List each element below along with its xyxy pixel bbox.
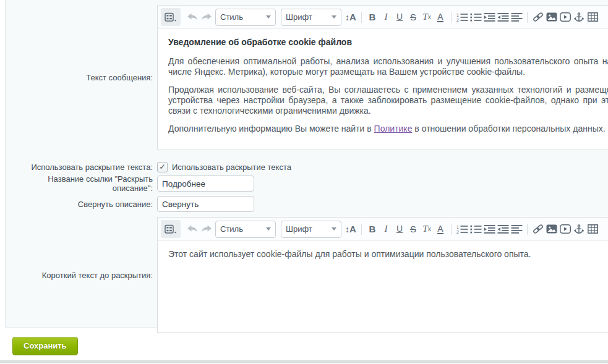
expand-link-label: Название ссылки "Раскрыть описание": (6, 174, 153, 193)
anchor-icon (573, 12, 584, 22)
toolbar-separator (361, 224, 362, 235)
text-color-icon: A (437, 224, 443, 234)
redo-icon (200, 225, 212, 233)
video-icon (560, 224, 571, 234)
video-button[interactable] (559, 9, 572, 26)
short-text-editor-content[interactable]: Этот сайт использует cookie-файлы для ра… (158, 241, 608, 332)
table-button[interactable] (586, 221, 599, 238)
video-button[interactable] (559, 221, 572, 238)
clear-format-button[interactable]: Tx (420, 221, 434, 238)
redo-button[interactable] (199, 221, 213, 238)
redo-button[interactable] (199, 9, 213, 26)
underline-button[interactable]: U (393, 9, 406, 26)
indent-icon (484, 12, 495, 22)
undo-icon (187, 225, 199, 233)
editor-paragraph-line: связи с технологическими ограничениями д… (168, 106, 608, 116)
indent-button[interactable] (482, 221, 496, 238)
use-expand-checkbox[interactable]: ✓ (157, 162, 168, 172)
link-button[interactable] (531, 221, 545, 238)
bold-button[interactable]: B (366, 9, 379, 26)
settings-form: Текст сообщения: (5, 0, 608, 328)
indent-icon (484, 224, 495, 234)
check-icon: ✓ (159, 163, 165, 171)
font-select[interactable]: Шрифт (281, 9, 341, 26)
short-text-editor: Стиль Шрифт ↕A B I U S (157, 217, 608, 333)
outdent-icon (497, 224, 509, 234)
editor-toolbar: Стиль Шрифт ↕A B I U S (158, 6, 608, 29)
bottom-divider (0, 360, 608, 363)
link-icon (532, 12, 544, 22)
editor-paragraph-line: Продолжая использование веб-сайта, Вы со… (168, 85, 608, 95)
undo-button[interactable] (186, 221, 199, 238)
italic-button[interactable]: I (379, 9, 393, 26)
video-icon (560, 12, 571, 22)
editor-paragraph-line: устройства через настройки браузера, а т… (168, 95, 608, 106)
italic-button[interactable]: I (379, 221, 393, 238)
align-left-icon (511, 224, 523, 234)
font-size-icon: ↕A (345, 224, 356, 234)
style-select[interactable]: Стиль (215, 9, 276, 26)
blocks-dropdown-button[interactable] (161, 8, 181, 26)
undo-icon (187, 13, 199, 21)
text-color-button[interactable]: A (434, 9, 447, 26)
blocks-icon (165, 224, 177, 234)
anchor-button[interactable] (572, 221, 586, 238)
link-button[interactable] (531, 9, 545, 26)
font-select-value: Шрифт (286, 224, 312, 234)
row-message-text: Текст сообщения: (6, 5, 608, 150)
table-icon (588, 224, 598, 234)
font-size-button[interactable]: ↕A (344, 9, 358, 26)
redo-icon (200, 13, 212, 21)
style-select[interactable]: Стиль (215, 221, 276, 238)
toolbar-separator (361, 12, 362, 23)
font-size-button[interactable]: ↕A (344, 221, 358, 238)
underline-button[interactable]: U (393, 221, 406, 238)
table-icon (588, 12, 598, 22)
font-select[interactable]: Шрифт (281, 221, 341, 238)
short-text-label: Короткий текст до раскрытия: (6, 271, 153, 280)
font-size-icon: ↕A (345, 12, 356, 22)
anchor-icon (573, 224, 584, 234)
text-color-button[interactable]: A (434, 221, 447, 238)
save-button[interactable]: Сохранить (12, 337, 78, 355)
editor-paragraph-line: Дополнительную информацию Вы можете найт… (168, 124, 608, 134)
policy-link[interactable]: Политике (374, 124, 413, 133)
style-select-value: Стиль (220, 224, 243, 234)
align-button[interactable] (510, 9, 523, 26)
anchor-button[interactable] (572, 9, 586, 26)
bullet-list-button[interactable] (469, 9, 482, 26)
strikethrough-button[interactable]: S (406, 221, 420, 238)
clear-format-button[interactable]: Tx (420, 9, 434, 26)
chevron-down-icon (332, 227, 336, 231)
bullet-list-button[interactable] (469, 221, 482, 238)
outdent-button[interactable] (496, 221, 510, 238)
svg-text:2: 2 (456, 230, 459, 234)
image-icon (546, 224, 557, 234)
bold-button[interactable]: B (366, 221, 379, 238)
collapse-input[interactable] (157, 196, 254, 212)
image-button[interactable] (545, 9, 559, 26)
outdent-button[interactable] (496, 9, 510, 26)
expand-link-input[interactable] (157, 176, 254, 192)
align-button[interactable] (510, 221, 523, 238)
chevron-down-icon (266, 15, 271, 19)
toolbar-separator (527, 12, 528, 23)
indent-button[interactable] (482, 9, 496, 26)
numbered-list-button[interactable]: 1 2 (455, 9, 469, 26)
numbered-list-button[interactable]: 1 2 (455, 221, 469, 238)
blocks-dropdown-button[interactable] (161, 220, 181, 238)
image-button[interactable] (545, 221, 559, 238)
table-button[interactable] (586, 9, 599, 26)
message-editor-content[interactable]: Уведомление об обработке cookie файлов Д… (158, 29, 608, 150)
strikethrough-button[interactable]: S (406, 9, 420, 26)
numbered-list-icon: 1 2 (456, 12, 468, 22)
row-use-expand: Использовать раскрытие текста: ✓ Использ… (6, 161, 608, 173)
numbered-list-icon: 1 2 (456, 224, 468, 234)
message-editor: Стиль Шрифт ↕A B I U S (157, 5, 608, 150)
align-left-icon (511, 12, 523, 22)
button-row: Сохранить (12, 337, 78, 355)
blocks-icon (165, 12, 177, 22)
undo-button[interactable] (186, 9, 199, 26)
row-collapse: Свернуть описание: (6, 196, 608, 212)
message-text-label: Текст сообщения: (6, 73, 153, 82)
